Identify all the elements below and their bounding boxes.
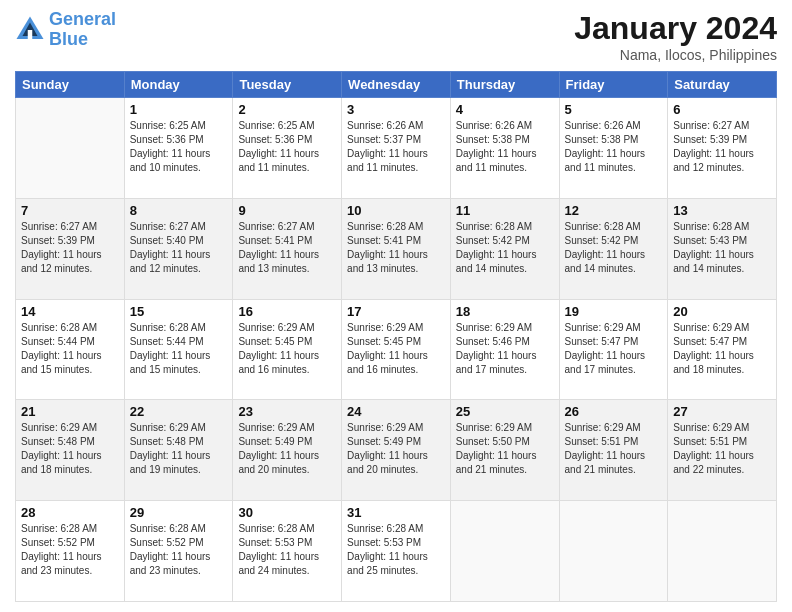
table-row: 5Sunrise: 6:26 AM Sunset: 5:38 PM Daylig…	[559, 98, 668, 199]
day-info: Sunrise: 6:28 AM Sunset: 5:42 PM Dayligh…	[565, 220, 663, 276]
table-row: 17Sunrise: 6:29 AM Sunset: 5:45 PM Dayli…	[342, 299, 451, 400]
table-row: 1Sunrise: 6:25 AM Sunset: 5:36 PM Daylig…	[124, 98, 233, 199]
day-number: 1	[130, 102, 228, 117]
day-number: 21	[21, 404, 119, 419]
day-info: Sunrise: 6:28 AM Sunset: 5:44 PM Dayligh…	[21, 321, 119, 377]
day-info: Sunrise: 6:29 AM Sunset: 5:45 PM Dayligh…	[347, 321, 445, 377]
logo-blue: Blue	[49, 30, 116, 50]
page: General Blue January 2024 Nama, Ilocos, …	[0, 0, 792, 612]
day-info: Sunrise: 6:29 AM Sunset: 5:49 PM Dayligh…	[347, 421, 445, 477]
logo-general: General	[49, 9, 116, 29]
col-monday: Monday	[124, 72, 233, 98]
logo: General Blue	[15, 10, 116, 50]
day-number: 25	[456, 404, 554, 419]
day-number: 29	[130, 505, 228, 520]
table-row: 15Sunrise: 6:28 AM Sunset: 5:44 PM Dayli…	[124, 299, 233, 400]
day-info: Sunrise: 6:28 AM Sunset: 5:42 PM Dayligh…	[456, 220, 554, 276]
day-info: Sunrise: 6:28 AM Sunset: 5:43 PM Dayligh…	[673, 220, 771, 276]
table-row	[559, 501, 668, 602]
table-row: 4Sunrise: 6:26 AM Sunset: 5:38 PM Daylig…	[450, 98, 559, 199]
month-year: January 2024	[574, 10, 777, 47]
table-row	[16, 98, 125, 199]
day-number: 7	[21, 203, 119, 218]
table-row: 7Sunrise: 6:27 AM Sunset: 5:39 PM Daylig…	[16, 198, 125, 299]
day-number: 6	[673, 102, 771, 117]
day-info: Sunrise: 6:25 AM Sunset: 5:36 PM Dayligh…	[238, 119, 336, 175]
day-number: 26	[565, 404, 663, 419]
svg-rect-2	[28, 30, 33, 39]
table-row: 31Sunrise: 6:28 AM Sunset: 5:53 PM Dayli…	[342, 501, 451, 602]
table-row: 21Sunrise: 6:29 AM Sunset: 5:48 PM Dayli…	[16, 400, 125, 501]
day-number: 18	[456, 304, 554, 319]
table-row: 14Sunrise: 6:28 AM Sunset: 5:44 PM Dayli…	[16, 299, 125, 400]
col-tuesday: Tuesday	[233, 72, 342, 98]
day-info: Sunrise: 6:27 AM Sunset: 5:39 PM Dayligh…	[21, 220, 119, 276]
table-row: 11Sunrise: 6:28 AM Sunset: 5:42 PM Dayli…	[450, 198, 559, 299]
day-number: 9	[238, 203, 336, 218]
day-number: 24	[347, 404, 445, 419]
calendar-week-row: 28Sunrise: 6:28 AM Sunset: 5:52 PM Dayli…	[16, 501, 777, 602]
col-thursday: Thursday	[450, 72, 559, 98]
day-number: 2	[238, 102, 336, 117]
day-number: 19	[565, 304, 663, 319]
day-info: Sunrise: 6:26 AM Sunset: 5:38 PM Dayligh…	[565, 119, 663, 175]
day-number: 3	[347, 102, 445, 117]
calendar-week-row: 14Sunrise: 6:28 AM Sunset: 5:44 PM Dayli…	[16, 299, 777, 400]
day-number: 15	[130, 304, 228, 319]
day-info: Sunrise: 6:28 AM Sunset: 5:52 PM Dayligh…	[21, 522, 119, 578]
day-number: 13	[673, 203, 771, 218]
table-row: 26Sunrise: 6:29 AM Sunset: 5:51 PM Dayli…	[559, 400, 668, 501]
table-row: 8Sunrise: 6:27 AM Sunset: 5:40 PM Daylig…	[124, 198, 233, 299]
day-info: Sunrise: 6:29 AM Sunset: 5:48 PM Dayligh…	[130, 421, 228, 477]
day-number: 11	[456, 203, 554, 218]
table-row: 10Sunrise: 6:28 AM Sunset: 5:41 PM Dayli…	[342, 198, 451, 299]
table-row: 27Sunrise: 6:29 AM Sunset: 5:51 PM Dayli…	[668, 400, 777, 501]
day-number: 10	[347, 203, 445, 218]
table-row: 16Sunrise: 6:29 AM Sunset: 5:45 PM Dayli…	[233, 299, 342, 400]
day-info: Sunrise: 6:29 AM Sunset: 5:46 PM Dayligh…	[456, 321, 554, 377]
table-row: 20Sunrise: 6:29 AM Sunset: 5:47 PM Dayli…	[668, 299, 777, 400]
table-row: 19Sunrise: 6:29 AM Sunset: 5:47 PM Dayli…	[559, 299, 668, 400]
day-number: 30	[238, 505, 336, 520]
col-sunday: Sunday	[16, 72, 125, 98]
logo-icon	[15, 15, 45, 45]
table-row: 2Sunrise: 6:25 AM Sunset: 5:36 PM Daylig…	[233, 98, 342, 199]
day-number: 27	[673, 404, 771, 419]
day-number: 14	[21, 304, 119, 319]
table-row: 24Sunrise: 6:29 AM Sunset: 5:49 PM Dayli…	[342, 400, 451, 501]
day-info: Sunrise: 6:29 AM Sunset: 5:50 PM Dayligh…	[456, 421, 554, 477]
day-info: Sunrise: 6:29 AM Sunset: 5:49 PM Dayligh…	[238, 421, 336, 477]
day-number: 16	[238, 304, 336, 319]
day-number: 28	[21, 505, 119, 520]
col-friday: Friday	[559, 72, 668, 98]
day-info: Sunrise: 6:29 AM Sunset: 5:45 PM Dayligh…	[238, 321, 336, 377]
day-info: Sunrise: 6:28 AM Sunset: 5:53 PM Dayligh…	[238, 522, 336, 578]
table-row: 3Sunrise: 6:26 AM Sunset: 5:37 PM Daylig…	[342, 98, 451, 199]
table-row: 9Sunrise: 6:27 AM Sunset: 5:41 PM Daylig…	[233, 198, 342, 299]
day-info: Sunrise: 6:29 AM Sunset: 5:51 PM Dayligh…	[673, 421, 771, 477]
day-number: 4	[456, 102, 554, 117]
day-number: 20	[673, 304, 771, 319]
table-row: 25Sunrise: 6:29 AM Sunset: 5:50 PM Dayli…	[450, 400, 559, 501]
day-number: 8	[130, 203, 228, 218]
day-number: 22	[130, 404, 228, 419]
day-info: Sunrise: 6:26 AM Sunset: 5:37 PM Dayligh…	[347, 119, 445, 175]
day-number: 12	[565, 203, 663, 218]
day-info: Sunrise: 6:28 AM Sunset: 5:53 PM Dayligh…	[347, 522, 445, 578]
title-block: January 2024 Nama, Ilocos, Philippines	[574, 10, 777, 63]
table-row	[668, 501, 777, 602]
day-info: Sunrise: 6:26 AM Sunset: 5:38 PM Dayligh…	[456, 119, 554, 175]
table-row: 13Sunrise: 6:28 AM Sunset: 5:43 PM Dayli…	[668, 198, 777, 299]
table-row: 29Sunrise: 6:28 AM Sunset: 5:52 PM Dayli…	[124, 501, 233, 602]
day-info: Sunrise: 6:29 AM Sunset: 5:47 PM Dayligh…	[673, 321, 771, 377]
table-row: 23Sunrise: 6:29 AM Sunset: 5:49 PM Dayli…	[233, 400, 342, 501]
col-wednesday: Wednesday	[342, 72, 451, 98]
day-info: Sunrise: 6:28 AM Sunset: 5:41 PM Dayligh…	[347, 220, 445, 276]
table-row: 22Sunrise: 6:29 AM Sunset: 5:48 PM Dayli…	[124, 400, 233, 501]
col-saturday: Saturday	[668, 72, 777, 98]
calendar-week-row: 21Sunrise: 6:29 AM Sunset: 5:48 PM Dayli…	[16, 400, 777, 501]
calendar-week-row: 1Sunrise: 6:25 AM Sunset: 5:36 PM Daylig…	[16, 98, 777, 199]
day-number: 31	[347, 505, 445, 520]
calendar-week-row: 7Sunrise: 6:27 AM Sunset: 5:39 PM Daylig…	[16, 198, 777, 299]
day-number: 5	[565, 102, 663, 117]
